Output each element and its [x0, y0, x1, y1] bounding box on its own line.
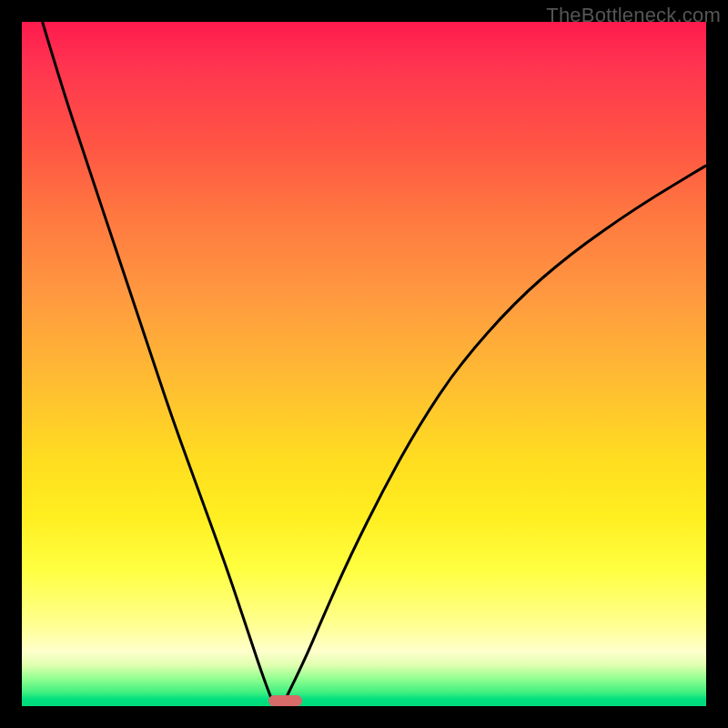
chart-frame — [22, 22, 706, 706]
watermark-text: TheBottleneck.com — [546, 4, 721, 27]
optimum-marker — [268, 695, 303, 706]
plot-area — [22, 22, 706, 706]
curve-path — [43, 22, 706, 700]
bottleneck-curve — [22, 22, 706, 706]
